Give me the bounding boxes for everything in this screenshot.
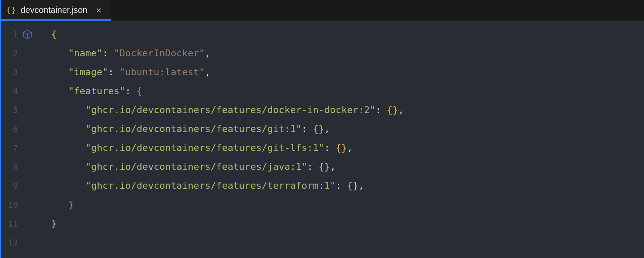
code-line: "features": { <box>43 82 644 101</box>
tab-devcontainer[interactable]: devcontainer.json <box>0 0 111 20</box>
close-icon[interactable] <box>95 7 102 14</box>
line-number-gutter: 1 2 3 4 5 6 7 8 9 10 11 12 <box>0 21 22 258</box>
tab-label: devcontainer.json <box>21 5 88 15</box>
code-line: "image": "ubuntu:latest", <box>43 63 644 82</box>
code-area[interactable]: { "name": "DockerInDocker", "image": "ub… <box>43 21 644 258</box>
tab-bar: devcontainer.json <box>0 0 644 21</box>
code-line: "name": "DockerInDocker", <box>43 44 644 63</box>
code-line: } <box>43 214 644 233</box>
code-line: "ghcr.io/devcontainers/features/docker-i… <box>43 101 644 120</box>
code-line: { <box>43 25 644 44</box>
code-line <box>43 233 644 252</box>
code-editor[interactable]: 1 2 3 4 5 6 7 8 9 10 11 12 { <box>0 21 644 258</box>
tab-bar-empty <box>111 0 644 20</box>
code-line: "ghcr.io/devcontainers/features/git-lfs:… <box>43 138 644 157</box>
code-line: } <box>43 195 644 214</box>
code-line: "ghcr.io/devcontainers/features/terrafor… <box>43 176 644 195</box>
glyph-margin <box>22 21 43 258</box>
cube-icon <box>22 25 43 44</box>
code-line: "ghcr.io/devcontainers/features/git:1": … <box>43 120 644 138</box>
code-line: "ghcr.io/devcontainers/features/java:1":… <box>43 157 644 176</box>
braces-icon <box>7 6 15 15</box>
